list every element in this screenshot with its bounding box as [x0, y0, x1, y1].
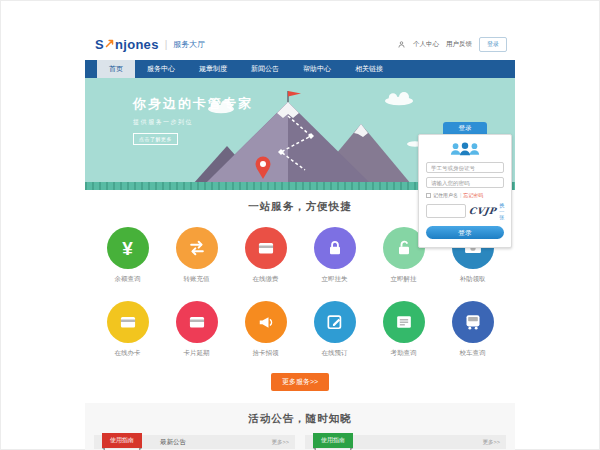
service-label: 校车查询 [460, 349, 486, 358]
login-options: 记住用户名 | 忘记密码 [426, 192, 504, 198]
service-item-10[interactable]: 考勤查询 [369, 301, 438, 358]
latest-announcements-tab[interactable]: 最新公告 [160, 435, 186, 449]
service-item-3[interactable]: 立即挂失 [300, 227, 369, 284]
service-item-0[interactable]: ¥余额查询 [93, 227, 162, 284]
captcha-refresh-link[interactable]: 换一张 [499, 202, 504, 220]
service-label: 立即解挂 [391, 275, 417, 284]
options-divider: | [460, 192, 461, 198]
captcha-image[interactable]: CVJP [468, 206, 497, 216]
right-ribbon-tab[interactable]: 使用指南 [313, 433, 353, 448]
nav-item-2[interactable]: 规章制度 [187, 60, 239, 78]
logo-tagline: 服务大厅 [173, 39, 205, 50]
card-icon [245, 227, 287, 269]
login-form: 记住用户名 | 忘记密码 CVJP 换一张 登录 [418, 134, 512, 248]
username-input[interactable] [426, 162, 504, 173]
remember-checkbox[interactable] [426, 193, 431, 198]
megaphone-icon [245, 301, 287, 343]
edit-icon [314, 301, 356, 343]
logo-arrow-icon [105, 39, 114, 48]
announcement-panels: 使用指南 最新公告 更多>> 使用指南 更多>> [85, 426, 515, 450]
yuan-icon: ¥ [107, 227, 149, 269]
service-label: 在线办卡 [115, 349, 141, 358]
service-label: 转账充值 [184, 275, 210, 284]
service-item-11[interactable]: 校车查询 [438, 301, 507, 358]
banner-copy: 你身边的卡管专家 提供服务一步到位 点击了解更多 [133, 95, 253, 145]
nav-item-5[interactable]: 相关链接 [343, 60, 395, 78]
nav-item-1[interactable]: 服务中心 [135, 60, 187, 78]
service-item-7[interactable]: 卡片延期 [162, 301, 231, 358]
service-label: 补助领取 [460, 275, 486, 284]
login-tab[interactable]: 登录 [443, 122, 487, 134]
forgot-password-link[interactable]: 忘记密码 [463, 192, 483, 198]
announcements-title: 活动公告，随时知晓 [85, 412, 515, 426]
password-input[interactable] [426, 177, 504, 188]
right-announcement-panel: 使用指南 更多>> [305, 435, 506, 449]
person-icon [397, 40, 406, 49]
users-icon [448, 141, 482, 157]
right-ribbon-label: 使用指南 [321, 437, 345, 443]
logo-divider: | [165, 39, 168, 50]
banner-title: 你身边的卡管专家 [133, 95, 253, 113]
lock-icon [314, 227, 356, 269]
nav-bar: 首页服务中心规章制度新闻公告帮助中心相关链接 [85, 60, 515, 78]
bus-icon [452, 301, 494, 343]
more-services-button[interactable]: 更多服务>> [271, 373, 329, 391]
login-submit-button[interactable]: 登录 [426, 226, 504, 239]
logo-text-start: S [95, 37, 104, 52]
captcha-row: CVJP 换一张 [426, 202, 504, 220]
top-bar: S njones | 服务大厅 个人中心 用户反馈 登录 [85, 28, 515, 60]
screenshot-canvas: S njones | 服务大厅 个人中心 用户反馈 登录 首页服务中心规章制度新… [0, 0, 600, 450]
service-item-9[interactable]: 在线预订 [300, 301, 369, 358]
service-label: 在线预订 [322, 349, 348, 358]
announcements-section: 活动公告，随时知晓 使用指南 最新公告 更多>> 使用指南 更多>> [85, 403, 515, 450]
left-ribbon-label: 使用指南 [110, 437, 134, 443]
left-more-link[interactable]: 更多>> [272, 435, 289, 449]
banner-cta-button[interactable]: 点击了解更多 [133, 133, 178, 145]
left-ribbon-tab[interactable]: 使用指南 [102, 433, 142, 448]
card-icon [107, 301, 149, 343]
service-label: 余额查询 [115, 275, 141, 284]
logo-text-end: njones [115, 37, 159, 52]
service-label: 卡片延期 [184, 349, 210, 358]
right-more-link[interactable]: 更多>> [483, 435, 500, 449]
captcha-input[interactable] [426, 204, 466, 218]
service-label: 立即挂失 [322, 275, 348, 284]
transfer-icon [176, 227, 218, 269]
service-item-6[interactable]: 在线办卡 [93, 301, 162, 358]
nav-item-0[interactable]: 首页 [97, 60, 135, 78]
user-feedback-link[interactable]: 用户反馈 [446, 40, 472, 49]
list-icon [383, 301, 425, 343]
card-icon [176, 301, 218, 343]
portal-page: S njones | 服务大厅 个人中心 用户反馈 登录 首页服务中心规章制度新… [85, 28, 515, 450]
logo: S njones | 服务大厅 [95, 37, 205, 52]
service-label: 考勤查询 [391, 349, 417, 358]
service-item-8[interactable]: 拾卡招领 [231, 301, 300, 358]
service-item-2[interactable]: 在线缴费 [231, 227, 300, 284]
personal-center-link[interactable]: 个人中心 [413, 40, 439, 49]
remember-label: 记住用户名 [433, 192, 458, 198]
nav-item-4[interactable]: 帮助中心 [291, 60, 343, 78]
header-login-button[interactable]: 登录 [479, 37, 507, 52]
top-meta: 个人中心 用户反馈 登录 [397, 37, 507, 52]
left-announcement-panel: 使用指南 最新公告 更多>> [94, 435, 295, 449]
service-item-1[interactable]: 转账充值 [162, 227, 231, 284]
service-label: 在线缴费 [253, 275, 279, 284]
service-label: 拾卡招领 [253, 349, 279, 358]
hero-banner: 你身边的卡管专家 提供服务一步到位 点击了解更多 登录 [85, 78, 515, 190]
nav-item-3[interactable]: 新闻公告 [239, 60, 291, 78]
login-panel: 登录 记住用户名 | 忘记密码 [418, 122, 512, 248]
banner-subtitle: 提供服务一步到位 [133, 118, 253, 127]
